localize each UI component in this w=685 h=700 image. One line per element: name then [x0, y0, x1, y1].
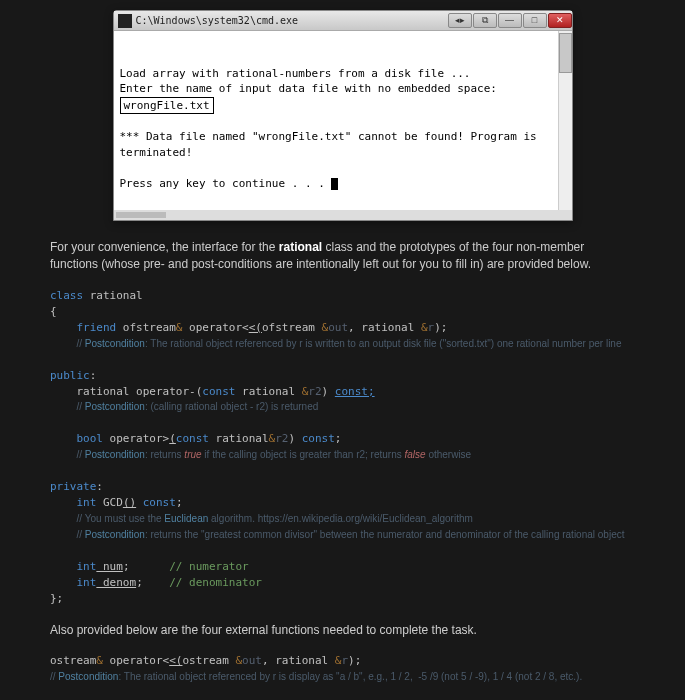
minimize-button[interactable]: —	[498, 13, 522, 28]
cursor-icon	[331, 178, 338, 190]
nav-back-button[interactable]: ◂▸	[448, 13, 472, 28]
cmd-window: C:\Windows\system32\cmd.exe ◂▸ ⧉ — □ ✕ L…	[113, 10, 573, 221]
content-area: For your convenience, the interface for …	[0, 239, 685, 700]
console-line: Load array with rational-numbers from a …	[120, 67, 471, 80]
class-code-block: class rational { friend ofstream& operat…	[50, 288, 635, 607]
close-button[interactable]: ✕	[548, 13, 572, 28]
console-line: Enter the name of input data file with n…	[120, 82, 498, 95]
window-path: C:\Windows\system32\cmd.exe	[136, 14, 447, 28]
cmd-icon	[118, 14, 132, 28]
titlebar: C:\Windows\system32\cmd.exe ◂▸ ⧉ — □ ✕	[114, 11, 572, 31]
scrollbar-thumb[interactable]	[559, 33, 572, 73]
nav-button[interactable]: ⧉	[473, 13, 497, 28]
console-scrollbar[interactable]	[558, 31, 572, 210]
console-line: Press any key to continue . . .	[120, 177, 332, 190]
input-value: wrongFile.txt	[120, 97, 214, 114]
maximize-button[interactable]: □	[523, 13, 547, 28]
console-body: Load array with rational-numbers from a …	[114, 31, 572, 210]
mid-paragraph: Also provided below are the four externa…	[50, 622, 635, 639]
intro-paragraph: For your convenience, the interface for …	[50, 239, 635, 273]
functions-code-block: ostream& operator<<(ostream &out, ration…	[50, 653, 635, 700]
window-controls: ◂▸ ⧉ — □ ✕	[447, 13, 572, 28]
console-line: *** Data file named "wrongFile.txt" cann…	[120, 130, 544, 158]
status-bar	[114, 210, 572, 220]
